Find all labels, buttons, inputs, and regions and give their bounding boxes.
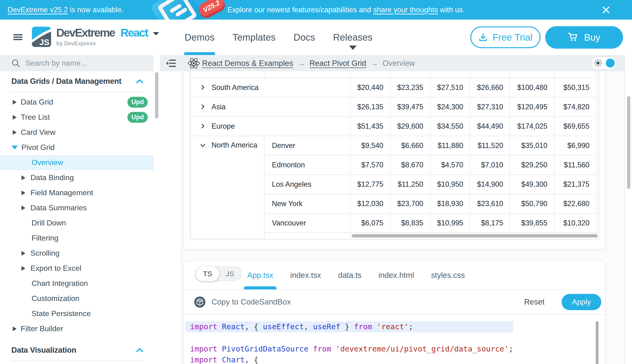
language-toggle-knob[interactable]: TS (196, 266, 219, 281)
pivot-row-header[interactable]: Europe (190, 116, 350, 136)
code-tab-index-tsx[interactable]: index.tsx (282, 261, 329, 290)
pivot-data-cell: $11,880 (430, 136, 470, 155)
sidebar-item-data-grid[interactable]: Data GridUpd (0, 95, 154, 110)
sidebar-item-data-binding[interactable]: Data Binding (0, 170, 154, 185)
sidebar-item-label: Field Management (31, 188, 93, 197)
pivot-data-cell: $6,660 (390, 136, 430, 155)
cart-icon (568, 32, 578, 42)
row-expanded-chevron-icon[interactable] (200, 142, 206, 148)
hamburger-menu-icon[interactable] (13, 34, 23, 40)
sidebar-item-chart-integration[interactable]: Chart Integration (0, 276, 154, 291)
row-collapsed-chevron-icon[interactable] (200, 123, 206, 129)
code-file-tabs: App.tsxindex.tsxdata.tsindex.htmlstyles.… (239, 261, 473, 290)
sidebar-item-pivot-grid[interactable]: Pivot Grid (0, 140, 154, 155)
pivot-data-cell: $11,560 (554, 155, 596, 174)
pivot-city-header[interactable]: Denver (264, 136, 350, 155)
sidebar-item-tree-list[interactable]: Tree ListUpd (0, 110, 154, 125)
pivot-data-cell: $6,990 (554, 136, 596, 155)
nav-demos[interactable]: Demos (184, 20, 215, 55)
sidebar-splitter[interactable] (160, 71, 181, 364)
nav-label: Demos (184, 32, 215, 43)
nav-label: Docs (294, 32, 315, 43)
row-collapsed-chevron-icon[interactable] (200, 104, 206, 110)
sidebar-separator (11, 92, 143, 92)
pivot-city-header[interactable]: Edmonton (264, 155, 350, 174)
pivot-city-header[interactable]: Los Angeles (264, 174, 350, 194)
sidebar-item-drill-down[interactable]: Drill Down (0, 216, 154, 231)
search-input[interactable] (26, 59, 139, 68)
collapsed-arrow-icon (22, 190, 25, 195)
react-icon (187, 57, 200, 69)
sidebar-item-card-view[interactable]: Card View (0, 125, 154, 140)
sidebar-item-label: Chart Integration (32, 279, 88, 288)
sidebar-item-export-to-excel[interactable]: Export to Excel (0, 261, 154, 276)
sidebar-item-field-management[interactable]: Field Management (0, 185, 154, 200)
breadcrumb-item[interactable]: React Pivot Grid (309, 59, 366, 68)
banner-version-link[interactable]: DevExtreme v25.2 (8, 6, 68, 14)
language-toggle-alt[interactable]: JS (219, 267, 241, 281)
breadcrumb: React Demos & Examples→React Pivot Grid→… (202, 59, 415, 68)
pivot-row-header[interactable]: North America (190, 136, 264, 239)
active-nav-indicator (184, 52, 215, 55)
sidebar-section-header[interactable]: Data Visualization (11, 342, 143, 358)
code-editor[interactable]: import React, { useEffect, useRef } from… (184, 315, 604, 364)
nav-docs[interactable]: Docs (294, 20, 315, 55)
devextreme-logo[interactable]: JS (32, 27, 51, 47)
apply-button[interactable]: Apply (562, 294, 601, 310)
buy-button[interactable]: Buy (545, 26, 623, 49)
sidebar-item-customization[interactable]: Customization (0, 291, 154, 306)
theme-toggle-knob[interactable] (606, 58, 615, 68)
code-tab-row: TS JS App.tsxindex.tsxdata.tsindex.htmls… (184, 261, 605, 290)
pivot-city-label: Los Angeles (272, 180, 312, 188)
copy-to-codesandbox-button[interactable]: Copy to CodeSandBox (194, 296, 291, 308)
breadcrumb-item[interactable]: React Demos & Examples (202, 59, 293, 68)
code-tab-styles-css[interactable]: styles.css (423, 261, 473, 290)
theme-toggle[interactable] (591, 57, 616, 69)
banner-close-icon[interactable] (602, 6, 610, 14)
row-collapsed-chevron-icon[interactable] (200, 84, 206, 90)
pivot-city-header[interactable]: New York (264, 194, 350, 213)
reset-button[interactable]: Reset (524, 290, 545, 314)
pivot-row-label: Europe (212, 122, 235, 130)
page-scrollbar[interactable] (627, 96, 630, 189)
sidebar-search[interactable] (0, 55, 154, 71)
pivot-city-header[interactable]: Vancouver (264, 213, 350, 232)
sidebar-section-title: Data Visualization (11, 346, 136, 354)
pivot-data-cell: $10,950 (430, 174, 470, 194)
code-tab-data-ts[interactable]: data.ts (329, 261, 370, 290)
pivot-row-header[interactable]: Asia (190, 97, 350, 116)
nav-templates[interactable]: Templates (233, 20, 276, 55)
pivot-horizontal-scrollbar[interactable] (352, 234, 597, 238)
free-trial-button[interactable]: Free Trial (470, 26, 541, 48)
collapsed-arrow-icon (13, 100, 17, 104)
code-tab-label: index.html (378, 271, 414, 280)
code-tab-label: index.tsx (290, 271, 321, 280)
sidebar-item-filtering[interactable]: Filtering (0, 231, 154, 246)
sidebar-item-label: Export to Excel (31, 264, 81, 273)
pivot-city-label: New York (272, 200, 303, 208)
buy-label: Buy (584, 32, 600, 43)
sidebar-item-state-persistence[interactable]: State Persistence (0, 306, 154, 321)
code-panel: TS JS App.tsxindex.tsxdata.tsindex.htmls… (183, 260, 605, 364)
code-scrollbar[interactable] (596, 321, 598, 364)
code-tab-index-html[interactable]: index.html (370, 261, 422, 290)
nav-releases[interactable]: Releases (333, 20, 372, 55)
sidebar-item-overview[interactable]: Overview (0, 155, 154, 170)
brand[interactable]: DevExtreme React by DevExpress (56, 26, 159, 47)
framework-caret-icon[interactable] (153, 32, 159, 36)
sidebar-item-scrolling[interactable]: Scrolling (0, 246, 154, 261)
sidebar-scrollbar[interactable] (155, 72, 158, 118)
language-toggle[interactable]: TS JS (195, 266, 242, 281)
banner-share-link[interactable]: share your thoughts (373, 6, 438, 14)
sidebar-item-label: Filtering (32, 234, 58, 242)
pivot-data-cell: $35,010 (510, 136, 554, 155)
sidebar-section-header[interactable]: Data Grids / Data Management (11, 74, 143, 89)
code-tab-app-tsx[interactable]: App.tsx (239, 261, 282, 290)
pivot-data-cell: $74,820 (554, 97, 596, 116)
sidebar-item-filter-builder[interactable]: Filter Builder (0, 321, 154, 336)
pivot-row-header[interactable]: South America (190, 78, 350, 97)
sidebar-collapse-button[interactable] (160, 59, 181, 67)
sidebar-item-label: Tree List (21, 113, 50, 122)
sidebar-item-data-summaries[interactable]: Data Summaries (0, 200, 154, 216)
code-tab-label: data.ts (338, 271, 361, 280)
